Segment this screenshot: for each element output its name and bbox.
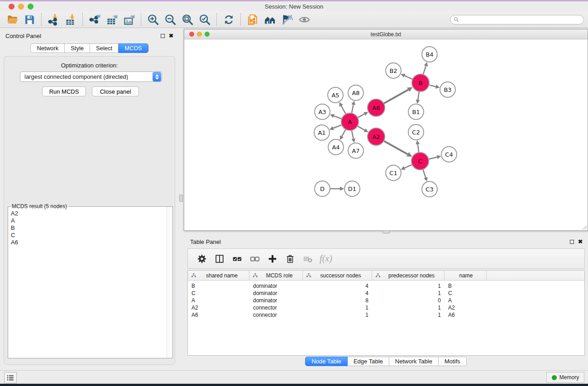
- table-cell[interactable]: A: [188, 297, 249, 304]
- graph-edge-A2-C[interactable]: [384, 141, 407, 154]
- table-row[interactable]: A2connector11A2: [188, 304, 584, 311]
- graph-node-D[interactable]: D: [315, 181, 330, 196]
- table-cell[interactable]: 1: [303, 312, 372, 318]
- graph-edge-C-C1[interactable]: [405, 165, 412, 168]
- column-header-shared-name[interactable]: shared name: [188, 271, 249, 280]
- first-neighbors-button[interactable]: [261, 12, 278, 27]
- export-image-button[interactable]: [120, 12, 138, 27]
- table-cell[interactable]: 1: [372, 312, 445, 318]
- run-mcds-button[interactable]: Run MCDS: [42, 86, 86, 96]
- graph-edge-A-A2[interactable]: [358, 126, 364, 130]
- graph-edge-A-A7[interactable]: [352, 131, 354, 139]
- table-cell[interactable]: 1: [372, 283, 445, 289]
- table-cell[interactable]: B: [188, 283, 249, 289]
- close-table-panel-icon[interactable]: ✖: [578, 239, 583, 244]
- table-cell[interactable]: dominator: [249, 297, 303, 304]
- apply-layout-button[interactable]: [220, 12, 237, 27]
- table-cell[interactable]: 4: [303, 290, 372, 296]
- delete-table-button[interactable]: [301, 252, 315, 266]
- save-session-button[interactable]: [21, 12, 38, 27]
- new-network-button[interactable]: [244, 12, 261, 27]
- export-network-button[interactable]: [86, 12, 103, 27]
- table-cell[interactable]: 8: [303, 297, 372, 304]
- close-panel-button[interactable]: Close panel: [92, 86, 139, 96]
- export-table-button[interactable]: [103, 12, 120, 27]
- table-row[interactable]: A6connector11A6: [188, 311, 584, 319]
- import-table-button[interactable]: [62, 12, 79, 27]
- graph-edge-A-A1[interactable]: [333, 125, 341, 128]
- network-window-titlebar[interactable]: testGlobe.txt: [184, 29, 588, 39]
- function-builder-button[interactable]: f(x): [319, 252, 332, 266]
- graph-node-B2[interactable]: B2: [386, 63, 401, 78]
- graph-edge-A6-B[interactable]: [384, 90, 408, 103]
- table-cell[interactable]: 0: [372, 297, 445, 304]
- zoom-fit-button[interactable]: [179, 12, 196, 27]
- graph-edge-A-A4[interactable]: [342, 129, 345, 136]
- search-input[interactable]: [459, 16, 583, 24]
- graph-node-C3[interactable]: C3: [422, 181, 437, 197]
- float-panel-icon[interactable]: [161, 34, 165, 38]
- tab-network-table[interactable]: Network Table: [389, 357, 439, 366]
- graph-node-D1[interactable]: D1: [344, 181, 360, 196]
- show-hide-button[interactable]: [296, 12, 313, 27]
- graph-node-A5[interactable]: A5: [328, 87, 343, 103]
- table-cell[interactable]: A2: [188, 305, 249, 311]
- graph-node-A6[interactable]: A6: [368, 99, 385, 116]
- table-cell[interactable]: A6: [188, 312, 249, 318]
- table-cell[interactable]: C: [188, 290, 249, 296]
- table-cell[interactable]: 1: [372, 305, 445, 311]
- tab-motifs[interactable]: Motifs: [438, 357, 467, 366]
- graphics-details-button[interactable]: [278, 12, 296, 27]
- zoom-out-button[interactable]: [162, 12, 179, 27]
- graph-edge-B-B2[interactable]: [405, 76, 412, 79]
- table-cell[interactable]: B: [445, 283, 487, 289]
- tab-node-table[interactable]: Node Table: [305, 357, 348, 366]
- tab-select[interactable]: Select: [90, 43, 119, 53]
- graph-node-A2[interactable]: A2: [368, 128, 385, 145]
- import-network-button[interactable]: [45, 12, 62, 27]
- graph-edge-A-A5[interactable]: [341, 106, 346, 114]
- zoom-in-button[interactable]: [144, 12, 162, 27]
- graph-edge-C-C4[interactable]: [429, 157, 437, 159]
- select-all-button[interactable]: [230, 252, 244, 266]
- resize-grip-icon[interactable]: [582, 224, 587, 230]
- tab-style[interactable]: Style: [64, 43, 90, 53]
- graph-node-A[interactable]: A: [341, 113, 359, 130]
- delete-column-button[interactable]: [283, 252, 297, 266]
- table-options-button[interactable]: [195, 252, 209, 266]
- graph-edge-A-A8[interactable]: [352, 105, 354, 113]
- open-session-button[interactable]: [4, 12, 21, 27]
- table-cell[interactable]: C: [445, 290, 487, 296]
- graph-node-A7[interactable]: A7: [348, 143, 363, 158]
- table-cell[interactable]: 4: [303, 283, 372, 289]
- search-box[interactable]: [450, 15, 584, 24]
- table-cell[interactable]: dominator: [249, 283, 303, 289]
- deselect-all-button[interactable]: [248, 252, 262, 266]
- column-header-predecessor-nodes[interactable]: predecessor nodes: [372, 271, 445, 280]
- graph-edge-B-B3[interactable]: [429, 85, 435, 87]
- graph-node-A8[interactable]: A8: [348, 85, 363, 100]
- task-history-button[interactable]: [4, 372, 17, 383]
- table-cell[interactable]: connector: [249, 305, 303, 311]
- graph-node-C4[interactable]: C4: [441, 147, 457, 162]
- tab-mcds[interactable]: MCDS: [118, 43, 148, 53]
- tab-edge-table[interactable]: Edge Table: [347, 357, 389, 366]
- column-header-name[interactable]: name: [445, 271, 487, 280]
- table-cell[interactable]: connector: [249, 312, 303, 318]
- graph-node-B4[interactable]: B4: [422, 47, 437, 62]
- mcds-result-item[interactable]: B: [11, 224, 163, 232]
- column-header-successor-nodes[interactable]: successor nodes: [303, 271, 372, 280]
- graph-node-C[interactable]: C: [411, 152, 429, 170]
- graph-edge-A-A6[interactable]: [358, 114, 365, 118]
- graph-edge-C-C3[interactable]: [423, 170, 425, 177]
- table-cell[interactable]: 1: [303, 305, 372, 311]
- table-cell[interactable]: A2: [445, 305, 487, 311]
- graph-edge-C-C2[interactable]: [418, 144, 419, 152]
- graph-node-B1[interactable]: B1: [408, 104, 424, 119]
- network-canvas[interactable]: AA1A2A3A4A5A6A7A8BB1B2B3B4CC1C2C3C4DD1: [184, 39, 588, 230]
- mcds-result-item[interactable]: A2: [11, 210, 163, 217]
- table-cell[interactable]: dominator: [249, 290, 303, 296]
- column-header-mcds-role[interactable]: MCDS role: [249, 271, 303, 280]
- graph-node-C2[interactable]: C2: [408, 124, 424, 140]
- graph-node-C1[interactable]: C1: [386, 165, 401, 181]
